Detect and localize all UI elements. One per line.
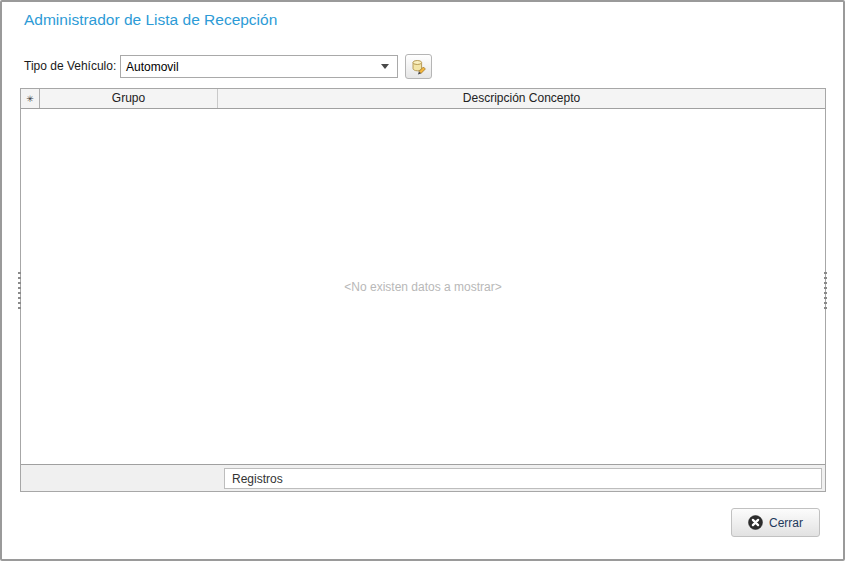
vehicle-type-label: Tipo de Vehículo: (24, 55, 116, 78)
grid-header-row: ✳ Grupo Descripción Concepto (21, 89, 825, 109)
asterisk-icon: ✳ (26, 94, 34, 104)
vehicle-type-value: Automovil (121, 60, 381, 74)
dialog-window: Administrador de Lista de Recepción Tipo… (0, 0, 845, 561)
page-title: Administrador de Lista de Recepción (24, 10, 277, 30)
vehicle-type-combobox[interactable]: Automovil (120, 55, 398, 78)
cerrar-button[interactable]: Cerrar (731, 508, 820, 537)
dropdown-arrow-icon[interactable] (381, 64, 389, 69)
close-circle-icon (748, 515, 763, 530)
reception-list-grid: ✳ Grupo Descripción Concepto <No existen… (20, 88, 826, 492)
left-splitter-grip[interactable] (18, 272, 21, 310)
grid-footer-row: Registros (21, 464, 825, 491)
registros-label: Registros (232, 472, 283, 486)
grid-body[interactable]: <No existen datos a mostrar> (21, 109, 825, 464)
empty-data-message: <No existen datos a mostrar> (344, 280, 501, 294)
registros-summary-box: Registros (224, 468, 822, 489)
edit-data-icon (410, 58, 427, 75)
edit-list-button[interactable] (405, 54, 432, 79)
column-header-grupo[interactable]: Grupo (40, 89, 218, 108)
right-splitter-grip[interactable] (824, 272, 827, 310)
column-header-descripcion-concepto[interactable]: Descripción Concepto (218, 89, 825, 108)
cerrar-label: Cerrar (769, 516, 803, 530)
new-row-indicator-cell[interactable]: ✳ (21, 89, 40, 108)
